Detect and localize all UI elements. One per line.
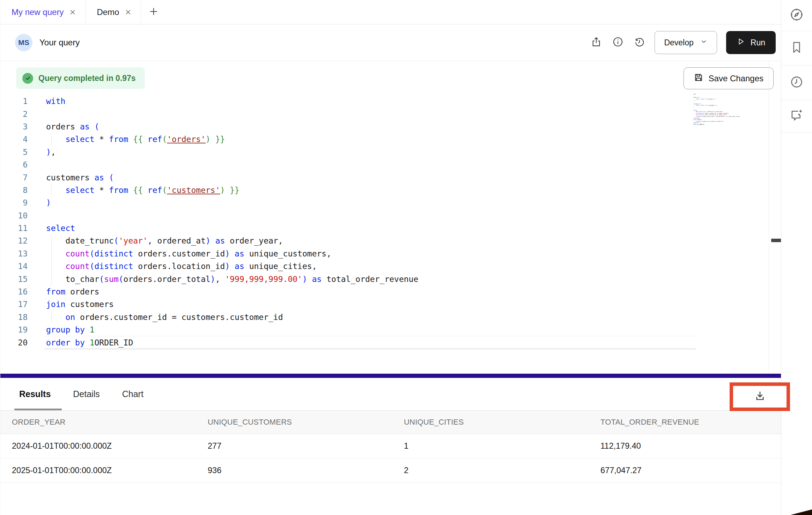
status-text: Query completed in 0.97s: [38, 74, 136, 83]
line-content: from orders: [46, 287, 99, 296]
table-cell: 936: [208, 466, 404, 475]
code-line-16[interactable]: 16from orders: [0, 285, 781, 298]
code-line-5[interactable]: 5),: [0, 146, 781, 158]
code-line-8[interactable]: 8 select * from {{ ref('customers') }}: [0, 184, 781, 196]
code-line-2[interactable]: 2: [0, 107, 781, 120]
line-number: 1: [0, 97, 28, 106]
tab-label: Demo: [97, 7, 119, 17]
line-number: 9: [0, 198, 28, 207]
table-cell: 677,047.27: [600, 466, 781, 475]
editor-minimap[interactable]: withorders as ( select * from {{ ref('or…: [693, 94, 755, 135]
line-content: count(distinct orders.location_id) as un…: [46, 262, 317, 271]
line-content: date_trunc('year', ordered_at) as order_…: [46, 236, 283, 245]
line-number: 10: [0, 211, 28, 220]
sql-editor[interactable]: Query completed in 0.97s Save Changes 1w…: [0, 61, 781, 374]
share-icon: [591, 36, 602, 49]
code-line-9[interactable]: 9): [0, 196, 781, 209]
line-content: to_char(sum(orders.order_total), '999,99…: [46, 275, 418, 284]
avatar: MS: [15, 34, 32, 51]
code-area[interactable]: 1with23orders as (4 select * from {{ ref…: [0, 95, 781, 349]
share-button[interactable]: [590, 37, 602, 48]
line-number: 18: [0, 313, 28, 322]
column-header-order-year: ORDER_YEAR: [12, 418, 208, 427]
table-header-row: ORDER_YEARUNIQUE_CUSTOMERSUNIQUE_CITIEST…: [0, 411, 781, 434]
table-row[interactable]: 2024-01-01T00:00:00.000Z2771112,179.40: [0, 434, 781, 458]
code-line-20[interactable]: 20order by 1ORDER_ID: [0, 336, 781, 349]
code-line-3[interactable]: 3orders as (: [0, 120, 781, 133]
main-area: My new queryDemo MS Your query: [0, 0, 781, 515]
check-icon: [22, 73, 33, 84]
code-line-10[interactable]: 10: [0, 209, 781, 222]
right-sidebar: [781, 0, 812, 515]
code-line-15[interactable]: 15 to_char(sum(orders.order_total), '999…: [0, 273, 781, 285]
download-annotation-box[interactable]: [730, 382, 790, 411]
code-line-19[interactable]: 19group by 1: [0, 323, 781, 336]
editor-divider: [769, 61, 769, 374]
sidebar-item-ai-assistant[interactable]: [781, 100, 812, 133]
line-number: 6: [0, 160, 28, 169]
line-content: ),: [46, 148, 56, 157]
line-number: 13: [0, 249, 28, 258]
column-header-total-order-revenue: TOTAL_ORDER_REVENUE: [600, 418, 781, 427]
page-title: Your query: [39, 38, 80, 47]
clock-icon: [789, 75, 804, 91]
line-number: 4: [0, 135, 28, 144]
column-header-unique-cities: UNIQUE_CITIES: [404, 418, 600, 427]
tab-label: My new query: [12, 7, 64, 17]
sidebar-item-history[interactable]: [781, 66, 812, 100]
results-tab-chart[interactable]: Chart: [122, 389, 143, 399]
table-cell: 277: [208, 441, 404, 451]
info-button[interactable]: [612, 37, 624, 48]
line-content: order by 1ORDER_ID: [46, 338, 133, 347]
line-content: count(distinct orders.customer_id) as un…: [46, 249, 331, 258]
develop-label: Develop: [664, 38, 693, 47]
code-line-1[interactable]: 1with: [0, 95, 781, 107]
close-icon[interactable]: [125, 9, 132, 16]
panel-divider[interactable]: [0, 374, 781, 378]
tab-bar: My new queryDemo: [0, 0, 781, 24]
line-content: ): [46, 198, 51, 207]
line-content: select: [46, 224, 75, 233]
save-changes-button[interactable]: Save Changes: [684, 67, 774, 89]
run-button[interactable]: Run: [726, 31, 776, 54]
code-line-14[interactable]: 14 count(distinct orders.location_id) as…: [0, 260, 781, 273]
code-line-12[interactable]: 12 date_trunc('year', ordered_at) as ord…: [0, 234, 781, 247]
results-tab-results[interactable]: Results: [19, 389, 51, 399]
line-content: group by 1: [46, 325, 94, 334]
line-content: on orders.customer_id = customers.custom…: [46, 313, 283, 322]
code-line-13[interactable]: 13 count(distinct orders.customer_id) as…: [0, 247, 781, 260]
line-number: 16: [0, 287, 28, 296]
tab-my-new-query[interactable]: My new query: [0, 0, 86, 24]
line-content: select * from {{ ref('orders') }}: [46, 135, 225, 144]
table-cell: 1: [404, 441, 600, 451]
code-line-6[interactable]: 6: [0, 158, 781, 171]
code-line-7[interactable]: 7customers as (: [0, 171, 781, 184]
line-content: orders as (: [46, 122, 99, 131]
sidebar-item-explore[interactable]: [781, 0, 812, 31]
active-tab-underline: [14, 409, 62, 410]
close-icon[interactable]: [69, 9, 76, 16]
code-line-17[interactable]: 17join customers: [0, 298, 781, 311]
scrollbar-handle[interactable]: [771, 239, 781, 242]
line-number: 12: [0, 236, 28, 245]
table-cell: 2025-01-01T00:00:00.000Z: [12, 466, 208, 475]
new-tab-button[interactable]: [141, 0, 166, 24]
line-content: join customers: [46, 300, 114, 309]
results-tabs: ResultsDetailsChart: [0, 378, 781, 410]
info-icon: [612, 36, 623, 49]
download-icon: [753, 389, 767, 404]
table-cell: 2: [404, 466, 600, 475]
tab-demo[interactable]: Demo: [86, 0, 141, 24]
code-line-11[interactable]: 11select: [0, 222, 781, 234]
column-header-unique-customers: UNIQUE_CUSTOMERS: [208, 418, 404, 427]
develop-dropdown[interactable]: Develop: [655, 31, 717, 54]
code-line-4[interactable]: 4 select * from {{ ref('orders') }}: [0, 133, 781, 145]
sidebar-item-bookmarks[interactable]: [781, 31, 812, 66]
code-line-18[interactable]: 18 on orders.customer_id = customers.cus…: [0, 311, 781, 323]
table-row[interactable]: 2025-01-01T00:00:00.000Z9362677,047.27: [0, 458, 781, 483]
cursor-artifact: [790, 509, 812, 515]
history-button[interactable]: [634, 37, 645, 48]
line-number: 8: [0, 186, 28, 195]
results-tab-details[interactable]: Details: [73, 389, 99, 399]
save-label: Save Changes: [709, 74, 763, 83]
